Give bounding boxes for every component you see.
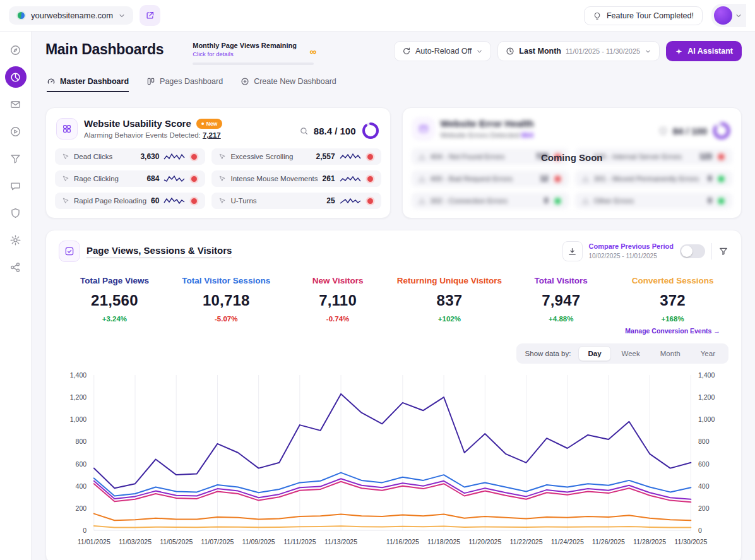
- site-selector-value: yourwebsitename.com: [31, 11, 113, 20]
- view-recordings-icon[interactable]: [367, 154, 373, 160]
- gear-icon: [9, 234, 21, 246]
- error-card-title: Website Error Health: [441, 118, 534, 129]
- view-recordings-icon[interactable]: [367, 198, 373, 204]
- show-data-by-label: Show data by:: [525, 350, 571, 357]
- sidebar-item-overview[interactable]: [5, 39, 27, 61]
- tab-pages-dashboard[interactable]: Pages Dashboard: [146, 77, 223, 92]
- sidebar-item-funnels[interactable]: [5, 148, 27, 169]
- tab-create-new-dashboard[interactable]: Create New Dashboard: [241, 77, 336, 92]
- svg-text:200: 200: [76, 504, 87, 512]
- tab-label: Create New Dashboard: [254, 77, 336, 86]
- open-site-button[interactable]: [140, 5, 160, 26]
- line-chart-svg: 11/01/202511/03/202511/05/202511/07/2025…: [59, 367, 728, 557]
- page-title: Main Dashboards: [45, 41, 163, 59]
- usability-score-card: Website Usability Score New Alarming Beh…: [45, 107, 391, 218]
- site-favicon: [16, 11, 26, 20]
- show-data-by-week[interactable]: Week: [612, 346, 650, 361]
- show-data-by-day[interactable]: Day: [578, 346, 610, 361]
- click-cursor-icon: [61, 153, 69, 161]
- usability-score-value: 88.4 / 100: [314, 126, 356, 136]
- dashboard-icon: [9, 71, 21, 83]
- svg-text:11/24/2025: 11/24/2025: [551, 538, 584, 545]
- svg-text:200: 200: [698, 504, 710, 512]
- ai-assistant-button[interactable]: AI Assistant: [666, 41, 742, 61]
- svg-text:1,400: 1,400: [698, 371, 715, 379]
- show-data-by-year[interactable]: Year: [691, 346, 725, 361]
- external-link-icon: [145, 11, 155, 20]
- svg-text:11/18/2025: 11/18/2025: [427, 538, 460, 545]
- error-status-dot: [555, 176, 561, 182]
- new-badge: New: [196, 119, 222, 129]
- check-square-icon: [64, 246, 74, 256]
- svg-text:0: 0: [698, 527, 702, 534]
- usability-metrics-grid: Dead Clicks 3,630 Excessive Scrolling 2,…: [54, 148, 383, 209]
- usability-metric-row: U-Turns 25: [211, 193, 381, 209]
- funnel-icon: [9, 153, 21, 165]
- warning-icon: [581, 175, 590, 183]
- svg-text:11/07/2025: 11/07/2025: [201, 538, 234, 545]
- show-data-by-month[interactable]: Month: [651, 346, 690, 361]
- svg-text:11/09/2025: 11/09/2025: [242, 538, 275, 545]
- usability-metric-row: Rapid Page Reloading 60: [55, 193, 205, 209]
- usability-card-subtitle: Alarming Behavior Events Detected: 7,217: [84, 131, 222, 139]
- warning-icon: [581, 197, 590, 205]
- scroll-icon: [218, 153, 226, 161]
- svg-text:800: 800: [698, 438, 710, 445]
- overview-metrics-row: Total Page Views 21,560 +3.24% Total Vis…: [59, 276, 728, 335]
- view-recordings-icon[interactable]: [191, 154, 197, 160]
- svg-text:11/13/2025: 11/13/2025: [324, 538, 357, 545]
- usability-metric-row: Intense Mouse Movements 261: [211, 170, 381, 187]
- top-bar: yourwebsitename.com Feature Tour Complet…: [0, 0, 755, 32]
- sidebar-item-heatmaps[interactable]: [5, 93, 27, 115]
- view-recordings-icon[interactable]: [367, 176, 373, 182]
- auto-reload-label: Auto-Reload Off: [415, 47, 472, 56]
- svg-text:600: 600: [76, 460, 87, 467]
- filter-button[interactable]: [718, 246, 728, 256]
- download-button[interactable]: [562, 241, 583, 261]
- sidebar-item-dashboards[interactable]: [5, 66, 27, 88]
- auto-reload-dropdown[interactable]: Auto-Reload Off: [394, 41, 491, 61]
- sidebar-item-settings[interactable]: [5, 229, 27, 251]
- account-menu[interactable]: [711, 4, 746, 27]
- date-range-dropdown[interactable]: Last Month 11/01/2025 - 11/30/2025: [497, 41, 660, 61]
- quota-details-link[interactable]: Click for details: [193, 51, 314, 57]
- feature-tour-button[interactable]: Feature Tour Completed!: [584, 6, 703, 25]
- sidebar-item-feedback[interactable]: [5, 175, 27, 196]
- sidebar-item-integrations[interactable]: [5, 256, 27, 278]
- svg-text:0: 0: [83, 527, 86, 534]
- error-metric-row: 301 - Moved Permanently Errors 0: [575, 170, 732, 187]
- usability-card-title: Website Usability Score: [84, 118, 191, 129]
- compare-toggle[interactable]: [680, 244, 705, 258]
- tab-label: Master Dashboard: [60, 77, 129, 86]
- svg-text:11/28/2025: 11/28/2025: [633, 538, 666, 545]
- site-selector[interactable]: yourwebsitename.com: [9, 6, 133, 25]
- tab-master-dashboard[interactable]: Master Dashboard: [47, 77, 129, 92]
- usability-metric-row: Excessive Scrolling 2,557: [211, 148, 381, 165]
- view-recordings-icon[interactable]: [191, 176, 197, 182]
- metric-converted-sessions: Converted Sessions 372 +168% Manage Conv…: [617, 276, 728, 335]
- date-range-value: 11/01/2025 - 11/30/2025: [566, 47, 640, 55]
- svg-text:11/22/2025: 11/22/2025: [509, 538, 542, 545]
- main-content: Main Dashboards Monthly Page Views Remai…: [32, 32, 755, 560]
- browser-window-icon: [419, 124, 429, 134]
- line-chart: 11/01/202511/03/202511/05/202511/07/2025…: [59, 367, 728, 557]
- date-range-label: Last Month: [519, 47, 561, 56]
- error-status-dot: [555, 198, 561, 204]
- columns-icon: [146, 77, 155, 86]
- quota-progress-bar: [193, 63, 314, 65]
- sidebar-item-health-score[interactable]: [5, 202, 27, 223]
- sidebar-item-session-recordings[interactable]: [5, 121, 27, 142]
- usability-score-gauge: [361, 121, 380, 140]
- chevron-down-icon: [645, 48, 651, 55]
- play-circle-icon: [9, 126, 21, 138]
- view-recordings-icon[interactable]: [191, 198, 197, 204]
- error-status-dot: [718, 176, 724, 182]
- svg-text:11/30/2025: 11/30/2025: [674, 538, 707, 545]
- reload-icon: [61, 197, 69, 205]
- manage-conversion-events-link[interactable]: Manage Conversion Events →: [617, 327, 728, 335]
- svg-text:11/11/2025: 11/11/2025: [283, 538, 316, 545]
- svg-text:400: 400: [76, 482, 87, 490]
- svg-text:600: 600: [698, 460, 710, 467]
- error-metric-row: Other Errors 0: [575, 193, 732, 209]
- share-nodes-icon: [9, 261, 21, 273]
